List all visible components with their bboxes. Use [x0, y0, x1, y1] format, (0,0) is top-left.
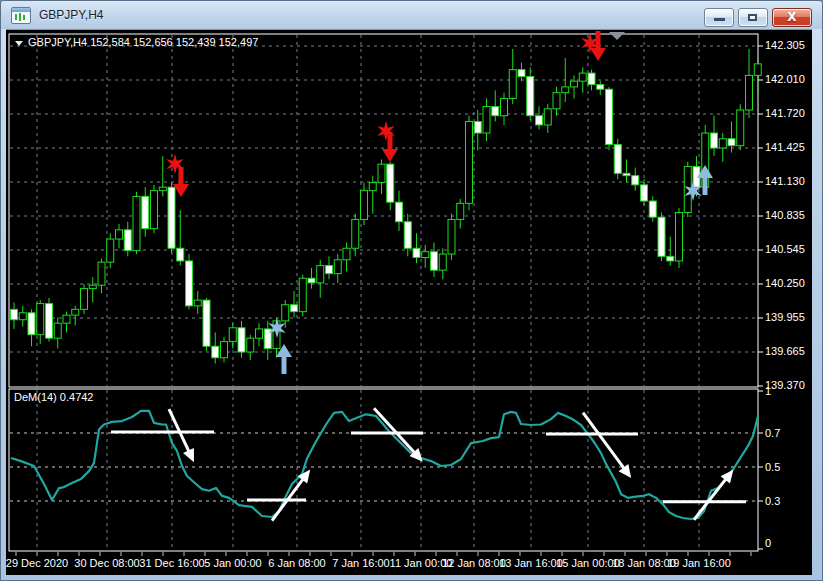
price-label: 142.010 — [765, 73, 805, 85]
time-label[interactable]: 30 Dec 08:00 — [74, 557, 139, 569]
chart-client-area[interactable] — [6, 29, 812, 575]
time-label[interactable]: 12 Jan 08:00 — [442, 557, 506, 569]
price-label: 140.835 — [765, 209, 805, 221]
price-label: 140.545 — [765, 243, 805, 255]
close-icon: X — [773, 10, 811, 24]
time-label[interactable]: 13 Jan 16:00 — [499, 557, 563, 569]
mt4-chart-window: GBPJPY,H4 152,584 152,656 152,439 152,49… — [0, 0, 823, 581]
indicator-scale-label: 0.3 — [765, 495, 780, 507]
close-button[interactable]: X — [772, 8, 812, 27]
restore-icon — [748, 14, 757, 21]
chart-header-text: GBPJPY,H4 152,584 152,656 152,439 152,49… — [28, 36, 258, 48]
price-label: 142.305 — [765, 39, 805, 51]
time-label[interactable]: 6 Jan 08:00 — [268, 557, 326, 569]
restore-button[interactable] — [738, 8, 768, 27]
price-label: 140.250 — [765, 277, 805, 289]
indicator-header: DeM(14) 0.4742 — [14, 391, 94, 403]
price-label: 141.425 — [765, 141, 805, 153]
time-label[interactable]: 5 Jan 00:00 — [204, 557, 262, 569]
minimize-icon — [714, 18, 725, 21]
price-label: 141.720 — [765, 107, 805, 119]
time-label[interactable]: 19 Jan 16:00 — [667, 557, 731, 569]
indicator-scale-label: 0.5 — [765, 461, 780, 473]
indicator-scale-label: 0.7 — [765, 427, 780, 439]
window-title: GBPJPY,H4 — [39, 8, 103, 22]
indicator-header-text: DeM(14) 0.4742 — [14, 391, 94, 403]
chart-ohlc-header: GBPJPY,H4 152,584 152,656 152,439 152,49… — [15, 36, 258, 48]
time-label[interactable]: 15 Jan 00:00 — [556, 557, 620, 569]
price-label: 141.130 — [765, 175, 805, 187]
time-label[interactable]: 7 Jan 16:00 — [332, 557, 390, 569]
minimize-button[interactable] — [704, 8, 734, 27]
app-chart-icon — [11, 7, 31, 24]
price-label: 139.665 — [765, 345, 805, 357]
window-titlebar[interactable]: GBPJPY,H4 X — [1, 1, 822, 29]
time-label[interactable]: 31 Dec 16:00 — [139, 557, 204, 569]
indicator-scale-label: 0 — [765, 537, 771, 549]
symbol-dropdown-icon[interactable] — [15, 41, 23, 46]
price-label: 139.955 — [765, 311, 805, 323]
time-label[interactable]: 29 Dec 2020 — [6, 557, 68, 569]
indicator-scale-label: 1 — [765, 385, 771, 397]
